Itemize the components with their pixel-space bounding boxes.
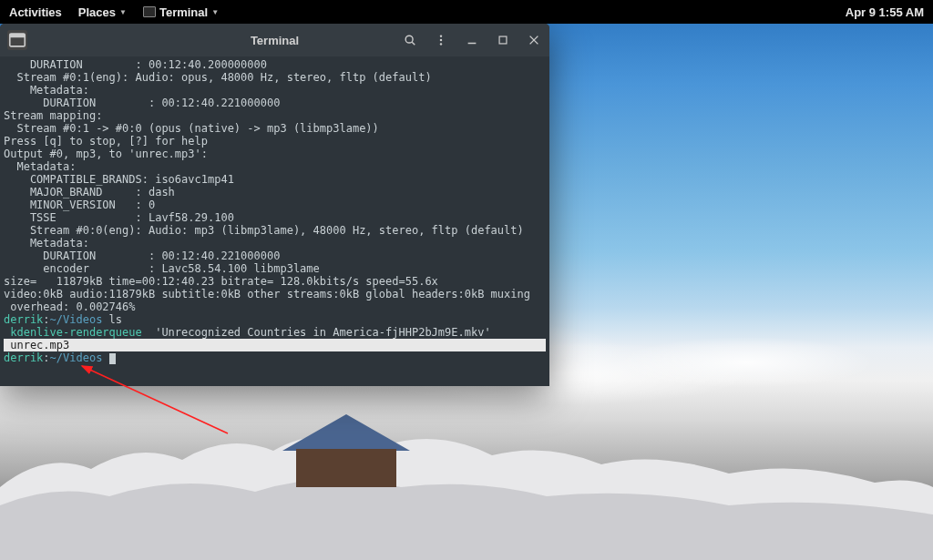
- cursor-icon: [109, 353, 116, 364]
- output-line: encoder : Lavc58.54.100 libmp3lame: [4, 262, 546, 275]
- close-button[interactable]: [526, 32, 542, 48]
- output-line: Metadata:: [4, 237, 546, 249]
- output-line: Stream #0:0(eng): Audio: mp3 (libmp3lame…: [4, 224, 546, 237]
- menu-button[interactable]: [433, 32, 449, 48]
- output-line: DURATION : 00:12:40.221000000: [4, 97, 546, 109]
- places-menu[interactable]: Places ▼: [78, 5, 127, 19]
- svg-rect-8: [499, 36, 507, 44]
- svg-point-5: [440, 39, 442, 41]
- output-line: Stream #0:1(eng): Audio: opus, 48000 Hz,…: [4, 71, 546, 84]
- output-line: Stream mapping:: [4, 109, 546, 122]
- svg-rect-1: [10, 34, 26, 37]
- output-line: TSSE : Lavf58.29.100: [4, 211, 546, 224]
- clock[interactable]: Apr 9 1:55 AM: [846, 5, 924, 19]
- output-line: video:0kB audio:11879kB subtitle:0kB oth…: [4, 288, 546, 300]
- svg-point-2: [405, 36, 413, 43]
- terminal-window: Terminal DURATION : 00:12:40.200000000 S…: [0, 24, 549, 386]
- shell-prompt: derrik:~/Videos ls: [4, 313, 546, 326]
- svg-line-3: [412, 42, 415, 45]
- app-menu-label: Terminal: [159, 5, 208, 19]
- minimize-button[interactable]: [464, 32, 480, 48]
- output-line: DURATION : 00:12:40.200000000: [4, 58, 546, 71]
- shell-prompt: derrik:~/Videos: [4, 351, 546, 364]
- activities-button[interactable]: Activities: [9, 5, 62, 19]
- app-menu-terminal[interactable]: Terminal ▼: [143, 5, 219, 19]
- gnome-topbar: Activities Places ▼ Terminal ▼ Apr 9 1:5…: [0, 0, 933, 24]
- output-line: Output #0, mp3, to 'unrec.mp3':: [4, 148, 546, 160]
- places-label: Places: [78, 5, 116, 19]
- terminal-icon: [143, 6, 156, 17]
- window-titlebar[interactable]: Terminal: [0, 24, 549, 56]
- output-line: Stream #0:1 -> #0:0 (opus (native) -> mp…: [4, 122, 546, 135]
- output-line: MINOR_VERSION : 0: [4, 199, 546, 211]
- chevron-down-icon: ▼: [119, 8, 127, 16]
- svg-point-6: [440, 43, 442, 45]
- output-line: Metadata:: [4, 160, 546, 173]
- output-line: MAJOR_BRAND : dash: [4, 186, 546, 199]
- output-line: size= 11879kB time=00:12:40.23 bitrate= …: [4, 275, 546, 288]
- terminal-output[interactable]: DURATION : 00:12:40.200000000 Stream #0:…: [0, 56, 549, 386]
- chevron-down-icon: ▼: [211, 8, 219, 16]
- output-line: COMPATIBLE_BRANDS: iso6avc1mp41: [4, 173, 546, 186]
- ls-output-highlighted: unrec.mp3: [4, 339, 546, 351]
- maximize-button[interactable]: [495, 32, 511, 48]
- svg-point-4: [440, 35, 442, 36]
- output-line: overhead: 0.002746%: [4, 300, 546, 313]
- output-line: Metadata:: [4, 84, 546, 97]
- output-line: Press [q] to stop, [?] for help: [4, 135, 546, 148]
- output-line: DURATION : 00:12:40.221000000: [4, 249, 546, 262]
- new-tab-button[interactable]: [7, 30, 27, 50]
- search-button[interactable]: [402, 32, 418, 48]
- ls-output: kdenlive-renderqueue 'Unrecognized Count…: [4, 326, 546, 339]
